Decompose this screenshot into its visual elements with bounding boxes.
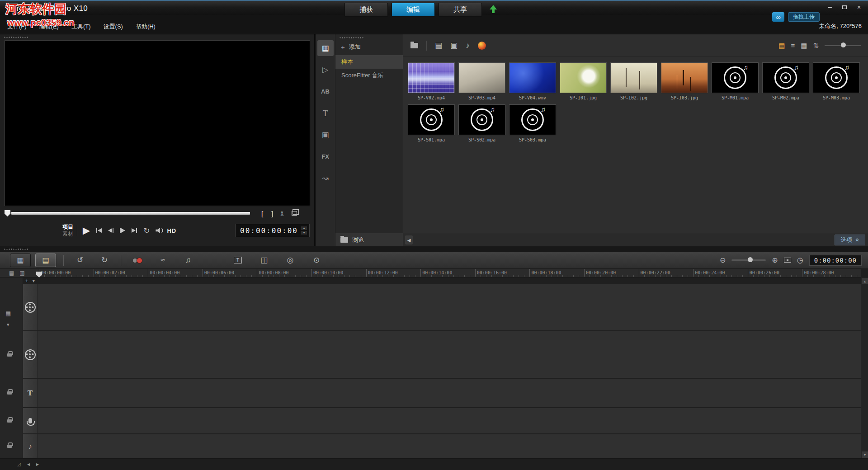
- instant-project-icon[interactable]: ▷: [317, 62, 334, 78]
- minimize-button[interactable]: [825, 3, 835, 11]
- maximize-button[interactable]: [839, 3, 850, 11]
- library-item[interactable]: ♫ SP-M03.mpa: [813, 62, 863, 100]
- preview-timecode[interactable]: 00:00:00:00: [240, 226, 298, 235]
- tab-capture[interactable]: 捕获: [344, 3, 388, 17]
- category-scorefitter-music[interactable]: ScoreFitter 音乐: [335, 69, 403, 82]
- library-item[interactable]: ♫ SP-S03.mpa: [509, 104, 560, 142]
- track-manager-icon[interactable]: ▦: [5, 310, 11, 317]
- library-item[interactable]: ♫ SP-V03.mp4: [458, 62, 509, 100]
- auto-music-icon[interactable]: ♫: [179, 254, 197, 267]
- media-library-icon[interactable]: ▦: [317, 40, 334, 56]
- menu-edit[interactable]: 编辑(E): [39, 23, 59, 31]
- collapse-category-panel-button[interactable]: ◀: [405, 235, 413, 244]
- show-all-tracks-icon[interactable]: ▤: [9, 270, 14, 276]
- thumbnail-view-button[interactable]: ▤: [778, 42, 785, 50]
- fit-project-icon[interactable]: [784, 258, 791, 263]
- browse-bar[interactable]: 浏览: [335, 233, 403, 246]
- filter-fx-icon[interactable]: FX: [317, 149, 334, 164]
- video-360-icon[interactable]: ⊙: [307, 254, 326, 267]
- add-category-row[interactable]: + 添加: [335, 40, 403, 55]
- track-body[interactable]: [38, 434, 861, 459]
- track-header[interactable]: [23, 408, 38, 433]
- menu-settings[interactable]: 设置(S): [104, 23, 123, 31]
- timecode-up-button[interactable]: ▴: [301, 226, 307, 230]
- library-item[interactable]: ♫ SP-M02.mpa: [762, 62, 813, 100]
- menu-help[interactable]: 帮助(H): [136, 23, 156, 31]
- import-media-folder-icon[interactable]: [410, 43, 418, 48]
- show-photos-icon[interactable]: ▣: [450, 41, 458, 50]
- track-header[interactable]: [23, 331, 38, 378]
- timeline-ruler[interactable]: ▤ ▥ 00:00:00:00 00:00:02:00 00:00:04:00 …: [0, 269, 861, 277]
- trim-handle[interactable]: [5, 210, 10, 216]
- thumbnail-size-slider[interactable]: [825, 45, 861, 46]
- tab-edit[interactable]: 编辑: [392, 3, 435, 17]
- track-header[interactable]: T: [23, 379, 38, 407]
- record-capture-options-icon[interactable]: [128, 254, 146, 267]
- drag-upload-button[interactable]: 拖拽上传: [788, 12, 820, 22]
- list-view-button[interactable]: ≡: [791, 42, 795, 49]
- slider-knob[interactable]: [841, 42, 846, 47]
- horizontal-splitter[interactable]: [0, 246, 868, 252]
- export-upload-arrow-icon[interactable]: [489, 5, 497, 14]
- timeline-zoom-slider[interactable]: [731, 259, 766, 261]
- track-list-caret-icon[interactable]: ▾: [7, 322, 9, 328]
- track-body[interactable]: [38, 284, 861, 330]
- menu-tools[interactable]: 工具(T): [71, 23, 91, 31]
- track-body[interactable]: [38, 379, 861, 407]
- seek-bar[interactable]: [11, 212, 250, 215]
- tab-share[interactable]: 共享: [439, 3, 482, 17]
- overlay-graphic-icon[interactable]: ▣: [317, 127, 334, 143]
- slider-knob[interactable]: [748, 257, 753, 262]
- next-frame-button[interactable]: [120, 228, 125, 233]
- track-height-icon[interactable]: ▥: [19, 270, 24, 276]
- source-project-option[interactable]: 项目: [62, 224, 73, 230]
- storyboard-view-button[interactable]: ▦: [10, 254, 31, 267]
- zoom-out-icon[interactable]: ⊖: [720, 256, 726, 264]
- panel-drag-handle[interactable]: [339, 37, 364, 39]
- preview-screen[interactable]: [5, 40, 310, 206]
- panel-drag-handle[interactable]: [4, 36, 29, 38]
- title-track-ripple-icon[interactable]: [7, 391, 12, 395]
- library-item[interactable]: ♫ SP-I03.jpg: [661, 62, 712, 100]
- panel-drag-handle[interactable]: [4, 248, 29, 250]
- resize-grip-icon[interactable]: ◿: [17, 462, 21, 467]
- title-icon[interactable]: T: [317, 105, 334, 121]
- hd-quality-label[interactable]: HD: [167, 227, 176, 234]
- timeline-vertical-scrollbar[interactable]: ▴ ▾: [861, 277, 868, 458]
- show-videos-icon[interactable]: ▤: [435, 41, 442, 50]
- mark-in-button[interactable]: [: [257, 210, 267, 217]
- timeline-time-display[interactable]: 0:00:00:00: [809, 255, 862, 266]
- motion-tracking-icon[interactable]: ◎: [281, 254, 299, 267]
- split-clip-icon[interactable]: ✂: [278, 208, 286, 218]
- overlay-track-ripple-icon[interactable]: [7, 353, 12, 357]
- get-more-content-icon[interactable]: [478, 42, 486, 50]
- undo-button[interactable]: ↺: [71, 254, 89, 267]
- track-options-caret-icon[interactable]: ▾: [33, 278, 35, 283]
- previous-frame-button[interactable]: [108, 228, 113, 233]
- scroll-up-button[interactable]: ▴: [862, 278, 868, 284]
- timecode-down-button[interactable]: ▾: [301, 231, 307, 235]
- redo-button[interactable]: ↻: [95, 254, 113, 267]
- close-button[interactable]: ×: [854, 3, 864, 11]
- menu-file[interactable]: 文件(F): [7, 23, 27, 31]
- library-item[interactable]: ♫ SP-S01.mpa: [408, 104, 458, 142]
- sound-mixer-icon[interactable]: ≈: [154, 254, 172, 267]
- play-button[interactable]: ▶: [83, 225, 90, 236]
- track-header[interactable]: ♪: [23, 434, 38, 459]
- scroll-left-button[interactable]: ◂: [27, 461, 30, 467]
- timeline-view-button[interactable]: ▤: [35, 254, 56, 267]
- library-item[interactable]: ♫ SP-V02.mp4: [408, 62, 458, 100]
- scroll-right-button[interactable]: ▸: [36, 461, 39, 467]
- library-item[interactable]: ♫ SP-V04.wmv: [509, 62, 560, 100]
- track-header[interactable]: [23, 284, 38, 330]
- go-to-end-button[interactable]: [132, 228, 137, 233]
- go-to-start-button[interactable]: [96, 228, 102, 233]
- library-item[interactable]: ♫ SP-M01.mpa: [712, 62, 762, 100]
- track-body[interactable]: [38, 331, 861, 378]
- cloud-icon[interactable]: ∞: [772, 12, 784, 22]
- library-item[interactable]: ♫ SP-I01.jpg: [560, 62, 610, 100]
- project-duration-icon[interactable]: ◷: [797, 256, 803, 264]
- motion-path-icon[interactable]: ↝: [317, 170, 334, 186]
- category-sample[interactable]: 样本: [335, 55, 403, 69]
- enlarge-preview-icon[interactable]: [292, 211, 297, 216]
